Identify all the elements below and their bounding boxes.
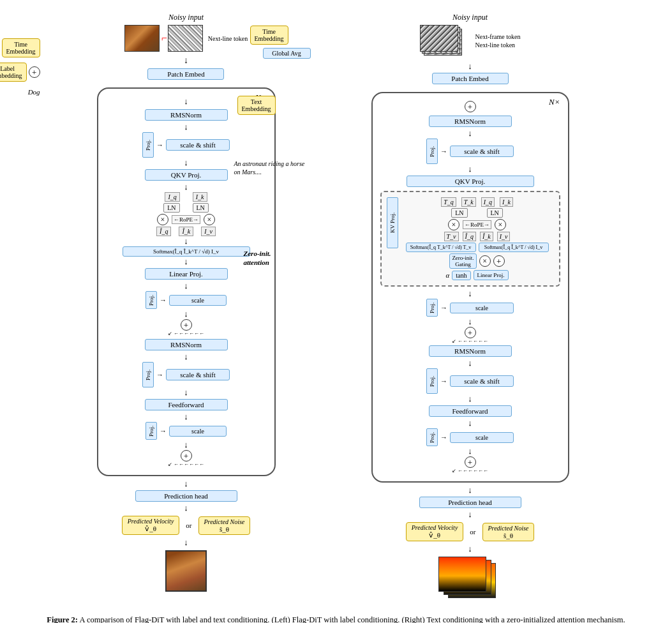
left-feedforward: Feedforward [145,399,228,410]
right-alpha-row: α tanh Linear Proj. [446,270,509,280]
left-qkv: QKV Proj. [145,169,228,181]
left-side-embeds: Time Embedding Label Embedding + Dog [0,38,40,96]
right-v-label: v̂_θ [412,531,458,539]
right-arr9: ↓ [468,317,472,327]
left-times1: × [157,214,168,225]
right-scale-shift-row2: Proj. → scale & shift [426,368,514,394]
right-output-images [438,557,502,601]
left-noisy-label: Noisy input [168,13,204,22]
right-dashed-attention: KV Proj. T_q T_k I_q I_k [380,191,560,287]
right-scale-row: Proj. → scale [426,299,514,317]
global-avg-box: Global Avg [263,48,311,59]
left-arr13: ↓ [184,440,188,450]
right-output-row: Predicted Velocity v̂_θ or Predicted Noi… [406,522,535,541]
right-s-label: ŝ_θ [488,532,529,539]
right-token-labels: Next-frame token Next-line token [475,33,521,49]
astronaut-text: An astronaut riding a horse on Mars.... [234,160,311,176]
left-iq: I_q [165,192,179,202]
right-proj2: Proj. [426,299,438,317]
right-scale-shift2: scale & shift [450,375,514,387]
left-arr6: ↓ [184,236,188,246]
time-embedding-label: Time Embedding [6,41,36,55]
right-scale1: scale [450,303,514,313]
dog-label: Dog [28,88,40,96]
right-or-label: or [470,528,475,536]
zero-init-attention-label: Zero-init. attention [244,249,314,267]
right-arr16: ↓ [468,544,472,554]
right-predicted-velocity: Predicted Velocity v̂_θ [406,522,464,541]
right-gating-row: Zero-init. Gating × + [449,253,504,269]
right-tqtkiqik-row: T_q T_k I_q I_k [441,197,513,207]
left-patch-embed: Patch Embed [147,68,224,80]
right-qkv: QKV Proj. [407,176,534,187]
text-embed-container: Text Embedding [237,96,276,115]
left-iq2: Î_q [156,227,171,236]
left-ln1: LN [163,203,179,213]
right-proj3: Proj. [426,368,438,394]
left-arr8: ↓ [184,281,188,291]
left-rmsnorm: RMSNorm [145,109,228,121]
right-scale-row2: Proj. → scale [426,428,514,446]
plus-circle-left: + [29,66,40,78]
right-arr12: ↓ [468,418,472,428]
left-or-label: or [186,522,191,529]
right-softmax-row: Softmax(Î_q T_k^T / √d) T_v Softmax(Î_q … [406,243,549,252]
right-arr15: ↓ [468,509,472,520]
left-arr12: ↓ [184,412,188,422]
right-scale-shift: scale & shift [450,146,514,157]
right-ln2: LN [487,208,503,218]
global-avg-container: Global Avg [263,26,311,59]
right-linear-proj-inner: Linear Proj. [474,270,509,280]
label-embedding-box: Label Embedding [0,63,27,82]
right-rope: ←RoPE→ [463,220,491,229]
left-arr11: ↓ [184,387,188,398]
main-container: Time Embedding Label Embedding + Dog Noi… [13,13,659,623]
right-next-frame-token: Next-frame token [475,33,521,40]
left-arr10: ↓ [184,352,188,362]
left-proj3: Proj. [142,362,154,387]
right-times2: × [495,219,506,230]
left-scale-shift-row2: Proj. → scale & shift [142,362,230,387]
left-scale-shift-row: Proj. → scale & shift [142,132,230,158]
left-softmax: Softmax(Î_q Î_k^T / √d) I_v [123,246,250,257]
left-proj1: Proj. [142,132,154,158]
figure-caption: Figure 2: A comparison of Flag-DiT with … [47,614,625,623]
left-arr16: ↓ [184,537,188,548]
right-iq: I_q [481,197,495,207]
left-predicted-noise: Predicted Noise ŝ_θ [198,516,251,535]
right-iv: I_v [497,232,511,241]
right-times1: × [448,219,459,230]
right-arr3: ↓ [468,128,472,139]
right-arr8: ↓ [468,289,472,299]
right-tq: T_q [441,197,456,207]
right-tviq2ik2iv-row: T_v Î_q Î_k I_v [444,232,511,241]
left-proj4: Proj. [146,422,157,440]
right-noisy-images: Next-frame token Next-line token [420,25,521,57]
right-ln1: LN [451,208,467,218]
right-next-line-token: Next-line token [475,41,521,49]
left-inner-col: ↓ RMSNorm ↓ Proj. → scale & shift ↓ [106,96,267,467]
right-pred-vel-label: Predicted Velocity [412,524,458,531]
left-plus2: + [181,450,192,462]
left-dog-image [124,25,160,52]
right-iq2: Î_q [463,232,476,241]
right-ik2: Î_k [480,232,493,241]
left-scale-row2: Proj. → scale [146,422,227,440]
right-noisy-label: Noisy input [452,13,488,22]
left-plus1: + [181,319,192,331]
right-softmax2: Softmax(Î_q Î_k^T / √d) I_v [479,243,549,252]
left-ik: I_k [193,192,207,202]
right-plus1: + [465,327,476,338]
left-predicted-velocity: Predicted Velocity v̂_θ [122,516,180,535]
right-rmsnorm2: RMSNorm [429,345,512,357]
left-back-arrow1: ↙ ←←←←←← [168,331,204,336]
right-stack1 [420,25,458,52]
right-predicted-noise: Predicted Noise ŝ_θ [482,523,535,541]
left-scale2: scale [169,426,227,437]
right-tanh: tanh [452,271,470,280]
time-embedding-box: Time Embedding [2,38,40,57]
left-arr3: ↓ [184,122,188,132]
left-iv: I_v [201,227,216,236]
left-scale1: scale [169,295,227,306]
left-noise-image [168,25,203,52]
